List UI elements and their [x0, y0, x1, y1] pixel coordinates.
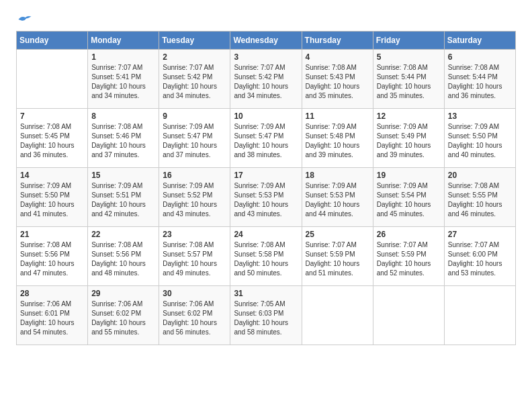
weekday-header-cell: Saturday — [444, 32, 515, 50]
day-sunrise: Sunrise: 7:09 AM — [91, 182, 142, 189]
day-sunset: Sunset: 5:45 PM — [20, 132, 70, 140]
day-daylight: Daylight: 10 hours and 34 minutes. — [163, 83, 217, 99]
calendar-day-cell: 16 Sunrise: 7:09 AM Sunset: 5:52 PM Dayl… — [159, 168, 230, 227]
weekday-header-cell: Monday — [88, 32, 159, 50]
day-daylight: Daylight: 10 hours and 36 minutes. — [20, 142, 75, 158]
calendar-day-cell: 18 Sunrise: 7:09 AM Sunset: 5:53 PM Dayl… — [302, 168, 373, 227]
calendar-day-cell: 20 Sunrise: 7:08 AM Sunset: 5:55 PM Dayl… — [444, 168, 515, 227]
day-sunset: Sunset: 5:54 PM — [377, 191, 427, 199]
day-sunset: Sunset: 5:43 PM — [306, 73, 355, 81]
calendar-day-cell: 21 Sunrise: 7:08 AM Sunset: 5:56 PM Dayl… — [17, 227, 88, 286]
day-sunset: Sunset: 5:53 PM — [306, 191, 355, 199]
day-daylight: Daylight: 10 hours and 37 minutes. — [91, 142, 146, 158]
day-daylight: Daylight: 10 hours and 54 minutes. — [20, 319, 75, 336]
day-sunset: Sunset: 5:47 PM — [234, 132, 283, 140]
calendar-week-row: 1 Sunrise: 7:07 AM Sunset: 5:41 PM Dayli… — [17, 50, 516, 109]
calendar-day-cell: 14 Sunrise: 7:09 AM Sunset: 5:50 PM Dayl… — [17, 168, 88, 227]
day-sunrise: Sunrise: 7:07 AM — [377, 241, 428, 248]
day-number: 9 — [163, 111, 226, 121]
day-sunrise: Sunrise: 7:08 AM — [234, 241, 285, 248]
calendar-day-cell: 12 Sunrise: 7:09 AM Sunset: 5:49 PM Dayl… — [373, 109, 444, 168]
day-daylight: Daylight: 10 hours and 35 minutes. — [306, 83, 360, 99]
day-number: 7 — [20, 111, 84, 121]
day-daylight: Daylight: 10 hours and 34 minutes. — [234, 83, 288, 99]
day-daylight: Daylight: 10 hours and 45 minutes. — [377, 201, 431, 218]
day-number: 15 — [91, 171, 155, 180]
calendar-day-cell — [373, 286, 444, 345]
day-sunrise: Sunrise: 7:07 AM — [306, 241, 357, 248]
day-number: 12 — [377, 111, 441, 121]
day-daylight: Daylight: 10 hours and 38 minutes. — [234, 142, 288, 158]
calendar-week-row: 7 Sunrise: 7:08 AM Sunset: 5:45 PM Dayli… — [17, 109, 516, 168]
day-number: 1 — [91, 52, 155, 62]
calendar-day-cell: 27 Sunrise: 7:07 AM Sunset: 6:00 PM Dayl… — [444, 227, 515, 286]
day-sunset: Sunset: 5:44 PM — [448, 73, 498, 81]
day-sunset: Sunset: 5:59 PM — [377, 250, 427, 258]
day-daylight: Daylight: 10 hours and 58 minutes. — [234, 319, 288, 336]
calendar-day-cell: 24 Sunrise: 7:08 AM Sunset: 5:58 PM Dayl… — [230, 227, 302, 286]
day-number: 31 — [234, 289, 298, 298]
calendar-day-cell: 28 Sunrise: 7:06 AM Sunset: 6:01 PM Dayl… — [17, 286, 88, 345]
day-sunrise: Sunrise: 7:06 AM — [20, 300, 71, 308]
day-sunset: Sunset: 5:51 PM — [91, 191, 141, 199]
calendar-day-cell: 26 Sunrise: 7:07 AM Sunset: 5:59 PM Dayl… — [373, 227, 444, 286]
day-daylight: Daylight: 10 hours and 41 minutes. — [20, 201, 75, 218]
calendar-day-cell — [302, 286, 373, 345]
day-daylight: Daylight: 10 hours and 53 minutes. — [448, 260, 502, 277]
day-daylight: Daylight: 10 hours and 49 minutes. — [163, 260, 217, 277]
day-sunset: Sunset: 5:48 PM — [306, 132, 355, 140]
day-number: 23 — [163, 230, 226, 239]
day-number: 4 — [306, 52, 369, 62]
day-sunrise: Sunrise: 7:08 AM — [448, 182, 499, 189]
day-number: 17 — [234, 171, 298, 180]
day-number: 5 — [377, 52, 441, 62]
calendar-day-cell: 4 Sunrise: 7:08 AM Sunset: 5:43 PM Dayli… — [302, 50, 373, 109]
day-number: 22 — [91, 230, 155, 239]
day-sunset: Sunset: 5:55 PM — [448, 191, 498, 199]
day-daylight: Daylight: 10 hours and 52 minutes. — [377, 260, 431, 277]
day-sunset: Sunset: 5:49 PM — [377, 132, 427, 140]
calendar-day-cell: 31 Sunrise: 7:05 AM Sunset: 6:03 PM Dayl… — [230, 286, 302, 345]
day-sunrise: Sunrise: 7:07 AM — [448, 241, 499, 248]
day-number: 13 — [448, 111, 512, 121]
day-sunrise: Sunrise: 7:08 AM — [20, 241, 71, 248]
day-sunset: Sunset: 6:02 PM — [91, 310, 141, 317]
day-number: 18 — [306, 171, 369, 180]
weekday-header-row: SundayMondayTuesdayWednesdayThursdayFrid… — [17, 32, 516, 50]
day-number: 10 — [234, 111, 298, 121]
calendar-day-cell: 2 Sunrise: 7:07 AM Sunset: 5:42 PM Dayli… — [159, 50, 230, 109]
weekday-header-cell: Friday — [373, 32, 444, 50]
day-daylight: Daylight: 10 hours and 51 minutes. — [306, 260, 360, 277]
day-sunrise: Sunrise: 7:06 AM — [91, 300, 142, 308]
calendar-day-cell: 7 Sunrise: 7:08 AM Sunset: 5:45 PM Dayli… — [17, 109, 88, 168]
weekday-header-cell: Wednesday — [230, 32, 302, 50]
calendar-day-cell: 8 Sunrise: 7:08 AM Sunset: 5:46 PM Dayli… — [88, 109, 159, 168]
day-sunrise: Sunrise: 7:09 AM — [20, 182, 71, 189]
calendar-day-cell: 5 Sunrise: 7:08 AM Sunset: 5:44 PM Dayli… — [373, 50, 444, 109]
day-sunrise: Sunrise: 7:09 AM — [448, 123, 499, 130]
day-sunset: Sunset: 5:52 PM — [163, 191, 212, 199]
day-number: 8 — [91, 111, 155, 121]
day-number: 16 — [163, 171, 226, 180]
day-number: 27 — [448, 230, 512, 239]
day-sunrise: Sunrise: 7:08 AM — [306, 64, 357, 71]
calendar-table: SundayMondayTuesdayWednesdayThursdayFrid… — [16, 31, 516, 345]
day-daylight: Daylight: 10 hours and 37 minutes. — [163, 142, 217, 158]
calendar-day-cell — [444, 286, 515, 345]
day-number: 11 — [306, 111, 369, 121]
day-daylight: Daylight: 10 hours and 50 minutes. — [234, 260, 288, 277]
day-daylight: Daylight: 10 hours and 56 minutes. — [163, 319, 217, 336]
logo — [16, 13, 32, 23]
day-number: 26 — [377, 230, 441, 239]
day-sunset: Sunset: 6:03 PM — [234, 310, 283, 317]
day-sunrise: Sunrise: 7:09 AM — [377, 182, 428, 189]
day-number: 20 — [448, 171, 512, 180]
calendar-day-cell: 29 Sunrise: 7:06 AM Sunset: 6:02 PM Dayl… — [88, 286, 159, 345]
day-sunrise: Sunrise: 7:08 AM — [163, 241, 214, 248]
day-number: 6 — [448, 52, 512, 62]
day-sunrise: Sunrise: 7:09 AM — [163, 123, 214, 130]
day-sunrise: Sunrise: 7:07 AM — [234, 64, 285, 71]
calendar-day-cell: 17 Sunrise: 7:09 AM Sunset: 5:53 PM Dayl… — [230, 168, 302, 227]
calendar-day-cell: 23 Sunrise: 7:08 AM Sunset: 5:57 PM Dayl… — [159, 227, 230, 286]
day-daylight: Daylight: 10 hours and 34 minutes. — [91, 83, 146, 99]
